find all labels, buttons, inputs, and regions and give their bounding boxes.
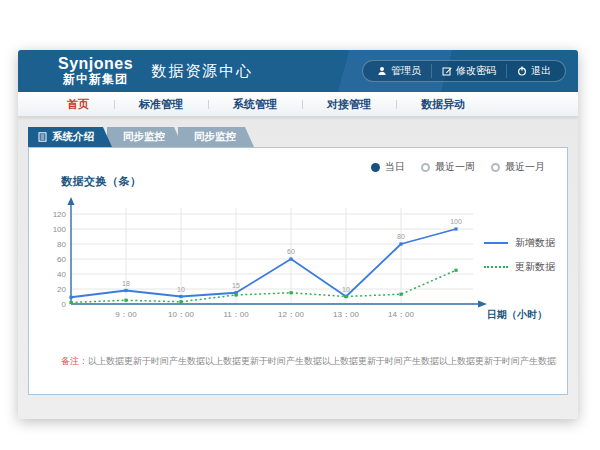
page-title: 数据资源中心 [151,62,253,81]
user-menu-admin-label: 管理员 [391,64,421,78]
svg-text:10: 10 [177,286,185,293]
document-icon [38,132,47,142]
legend-solid-line-swatch [484,242,508,244]
svg-text:10：00: 10：00 [168,310,194,319]
legend-dotted-line-swatch [484,266,508,268]
svg-text:60: 60 [287,248,295,255]
data-point [399,242,402,245]
tab-bar: 系统介绍 同步监控 同步监控 [28,127,254,147]
tab-sync-monitor-1-label: 同步监控 [123,130,165,144]
radio-today-label: 当日 [385,160,405,174]
data-point [454,227,457,230]
legend-item-updated-data[interactable]: 更新数据 [484,260,555,274]
data-point [124,299,127,302]
svg-text:80: 80 [397,233,405,240]
legend-updated-data-label: 更新数据 [515,260,555,274]
content-area: 系统介绍 同步监控 同步监控 当日 最近一周 [18,117,578,419]
data-point [69,296,72,299]
data-point [69,301,72,304]
change-password-label: 修改密码 [456,64,496,78]
user-menu: 管理员 修改密码 退出 [362,60,566,82]
svg-text:40: 40 [57,270,66,279]
svg-text:10: 10 [342,286,350,293]
radio-last-month-label: 最近一月 [505,160,545,174]
radio-unselected-icon [421,163,430,172]
chart-panel: 当日 最近一周 最近一月 数据交换（条） 0204060801001209：00… [28,147,568,395]
logout-label: 退出 [531,64,551,78]
nav-item-home[interactable]: 首页 [42,97,114,112]
radio-last-week-label: 最近一周 [435,160,475,174]
svg-text:80: 80 [57,240,66,249]
data-point [234,293,237,296]
brand-logo-line1: Synjones [58,55,133,73]
nav-item-data-change[interactable]: 数据异动 [396,97,490,112]
data-point [399,293,402,296]
data-point [289,257,292,260]
data-point [179,295,182,298]
range-filter: 当日 最近一周 最近一月 [371,160,545,174]
tab-sync-monitor-2[interactable]: 同步监控 [178,127,254,147]
svg-text:12：00: 12：00 [278,310,304,319]
svg-text:15: 15 [232,282,240,289]
main-nav: 首页 标准管理 系统管理 对接管理 数据异动 [18,92,578,117]
edit-icon [442,66,452,76]
footnote-text: 以上数据更新于时间产生数据以上数据更新于时间产生数据以上数据更新于时间产生数据以… [88,356,557,366]
svg-text:18: 18 [122,280,130,287]
svg-text:日期（小时）: 日期（小时） [487,309,547,320]
svg-text:120: 120 [53,210,67,219]
y-axis-title: 数据交换（条） [61,174,142,189]
change-password-button[interactable]: 修改密码 [431,64,506,78]
footnote: 备注：以上数据更新于时间产生数据以上数据更新于时间产生数据以上数据更新于时间产生… [61,355,557,368]
tab-sync-monitor-2-label: 同步监控 [194,130,236,144]
data-point [124,289,127,292]
nav-item-interface-mgmt[interactable]: 对接管理 [302,97,396,112]
data-point [289,291,292,294]
tab-system-intro[interactable]: 系统介绍 [28,127,112,147]
data-point [179,300,182,303]
svg-text:20: 20 [57,285,66,294]
footnote-label: 备注： [61,356,88,366]
radio-today[interactable]: 当日 [371,160,405,174]
tab-sync-monitor-1[interactable]: 同步监控 [107,127,183,147]
svg-text:0: 0 [62,300,67,309]
power-icon [517,66,527,76]
nav-item-standard-mgmt[interactable]: 标准管理 [114,97,208,112]
radio-unselected-icon [491,163,500,172]
tab-system-intro-label: 系统介绍 [52,130,94,144]
svg-text:11：00: 11：00 [223,310,249,319]
radio-selected-icon [371,163,380,172]
data-point [344,295,347,298]
brand-logo-line2: 新中新集团 [58,73,133,86]
svg-text:13：00: 13：00 [333,310,359,319]
svg-text:14：00: 14：00 [388,310,414,319]
svg-text:100: 100 [53,225,67,234]
legend-item-new-data[interactable]: 新增数据 [484,236,555,250]
brand-logo[interactable]: Synjones 新中新集团 [58,55,133,86]
app-window: Synjones 新中新集团 数据资源中心 管理员 修改密码 退出 [18,50,578,419]
chart-legend: 新增数据 更新数据 [484,236,555,274]
user-menu-admin[interactable]: 管理员 [367,64,431,78]
radio-last-month[interactable]: 最近一月 [491,160,545,174]
data-point [454,269,457,272]
nav-item-system-mgmt[interactable]: 系统管理 [208,97,302,112]
legend-new-data-label: 新增数据 [515,236,555,250]
app-header: Synjones 新中新集团 数据资源中心 管理员 修改密码 退出 [18,50,578,92]
svg-text:9：00: 9：00 [115,310,137,319]
logout-button[interactable]: 退出 [506,64,561,78]
svg-text:100: 100 [450,218,462,225]
svg-text:60: 60 [57,255,66,264]
user-icon [377,66,387,76]
radio-last-week[interactable]: 最近一周 [421,160,475,174]
